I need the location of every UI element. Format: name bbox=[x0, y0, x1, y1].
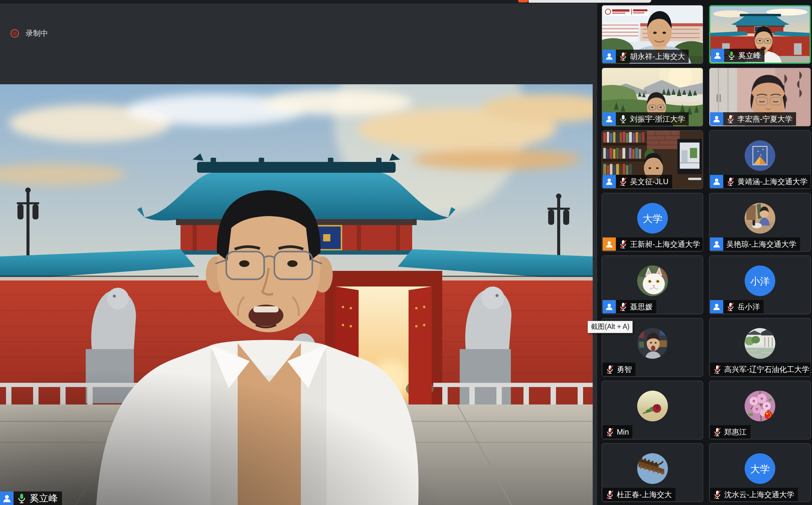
mic-on-icon bbox=[619, 114, 628, 124]
screenshot-tooltip: 截图(Alt + A) bbox=[588, 321, 633, 333]
svg-text:大学: 大学 bbox=[750, 464, 770, 475]
participant-role-icon bbox=[603, 300, 616, 313]
participant-name-label: 高兴军-辽宁石油化工大学 bbox=[710, 363, 807, 376]
participant-tile[interactable]: 吴艳琼-上海交通大学 bbox=[709, 193, 811, 251]
participant-role-icon bbox=[710, 175, 723, 188]
recording-label: 录制中 bbox=[26, 28, 48, 38]
participant-tile[interactable]: 李宏燕-宁夏大学 bbox=[709, 68, 811, 126]
participant-name: 杜正春-上海交大 bbox=[617, 490, 672, 500]
video-vignette bbox=[0, 84, 593, 505]
floating-toolbar-logo-edge[interactable] bbox=[518, 0, 528, 2]
mic-muted-icon bbox=[606, 364, 614, 374]
participant-name-label: 李宏燕-宁夏大学 bbox=[710, 112, 796, 126]
participant-name: 王新昶-上海交通大学 bbox=[630, 239, 700, 249]
participant-avatar bbox=[745, 328, 775, 359]
mic-muted-icon bbox=[713, 490, 722, 500]
participant-tile[interactable]: 吴文征-JLU bbox=[602, 130, 703, 189]
main-speaker-name: 奚立峰 bbox=[30, 492, 58, 505]
mic-speaking-icon bbox=[17, 493, 27, 504]
participant-avatar bbox=[637, 328, 668, 359]
participant-avatar: 小洋 bbox=[745, 266, 775, 296]
participant-role-icon bbox=[711, 49, 724, 62]
participant-avatar: 大学 bbox=[637, 203, 668, 233]
participant-name-label: Min bbox=[603, 425, 632, 439]
floating-toolbar-edge[interactable] bbox=[529, 0, 651, 3]
main-speaker-name-label: 奚立峰 bbox=[0, 491, 62, 505]
participant-role-icon bbox=[603, 112, 616, 126]
participant-tile[interactable]: 大学 沈水云-上海交通大学 bbox=[709, 443, 811, 502]
participant-name-label: 王新昶-上海交通大学 bbox=[603, 237, 699, 251]
participant-name: 聂思媛 bbox=[630, 302, 652, 312]
participant-tile[interactable]: 聂思媛 bbox=[602, 256, 703, 314]
participant-avatar bbox=[745, 203, 775, 233]
participant-avatar: 大学 bbox=[745, 453, 775, 484]
participant-name: 沈水云-上海交通大学 bbox=[724, 490, 794, 500]
mic-muted-icon bbox=[619, 177, 628, 187]
recording-dot-icon bbox=[11, 29, 19, 38]
participant-role-icon bbox=[0, 491, 14, 505]
participant-tile[interactable]: 小洋 岳小洋 bbox=[709, 256, 811, 314]
participant-tile[interactable]: 高兴军-辽宁石油化工大学 bbox=[709, 318, 811, 377]
participant-name: 刘振宇-浙江大学 bbox=[630, 114, 685, 124]
mic-muted-icon bbox=[726, 177, 735, 187]
participant-name: 高兴军-辽宁石油化工大学 bbox=[724, 364, 809, 374]
mic-muted-icon bbox=[619, 51, 628, 61]
meeting-window: 录制中 bbox=[0, 0, 812, 505]
participant-tile[interactable]: 刘振宇-浙江大学 bbox=[602, 68, 703, 126]
participant-name-label: 郑惠江 bbox=[710, 425, 750, 439]
participant-name-label: 沈水云-上海交通大学 bbox=[710, 488, 798, 501]
participant-name-label: 杜正春-上海交大 bbox=[603, 488, 675, 501]
participant-name-label: 胡永祥-上海交大 bbox=[603, 50, 689, 63]
mic-speaking-icon bbox=[727, 50, 736, 60]
participant-tile[interactable]: 胡永祥-上海交大 bbox=[602, 5, 703, 64]
participant-name: 岳小洋 bbox=[738, 302, 760, 312]
main-speaker-video[interactable]: 奚立峰 bbox=[0, 84, 593, 505]
participant-role-icon bbox=[710, 237, 723, 251]
participant-tile[interactable]: 大学 王新昶-上海交通大学 bbox=[602, 193, 703, 251]
participants-grid: 胡永祥-上海交大 奚立峰 刘振宇-浙江大学 bbox=[602, 5, 811, 502]
svg-text:大学: 大学 bbox=[643, 213, 662, 224]
recording-indicator[interactable]: 录制中 bbox=[11, 28, 48, 38]
participant-name-label: 吴文征-JLU bbox=[603, 175, 672, 188]
participant-role-icon bbox=[603, 237, 616, 251]
participant-name: Min bbox=[617, 428, 629, 437]
participant-avatar bbox=[745, 391, 775, 422]
participant-name-label: 聂思媛 bbox=[603, 300, 656, 313]
participant-name-label: 勇智 bbox=[603, 363, 635, 376]
svg-text:小洋: 小洋 bbox=[750, 276, 770, 287]
participant-role-icon bbox=[603, 175, 616, 188]
participant-avatar bbox=[637, 391, 668, 422]
top-strip bbox=[0, 0, 599, 4]
mic-muted-icon bbox=[606, 427, 614, 437]
participant-name: 奚立峰 bbox=[738, 50, 761, 60]
participant-name: 李宏燕-宁夏大学 bbox=[738, 114, 792, 124]
mic-muted-icon bbox=[713, 427, 722, 437]
mic-muted-icon bbox=[726, 302, 735, 312]
mic-muted-icon bbox=[726, 114, 735, 124]
participant-role-icon bbox=[710, 112, 723, 126]
mic-muted-icon bbox=[713, 364, 722, 374]
participant-tile[interactable]: 黄靖涵-上海交通大学 bbox=[709, 130, 811, 189]
participant-name: 郑惠江 bbox=[724, 427, 747, 437]
participant-name: 吴文征-JLU bbox=[630, 177, 668, 187]
participant-name: 吴艳琼-上海交通大学 bbox=[726, 239, 796, 249]
participant-role-icon bbox=[603, 50, 616, 63]
participant-role-icon bbox=[710, 300, 723, 313]
participant-tile[interactable]: 奚立峰 bbox=[709, 5, 811, 64]
participant-name-label: 岳小洋 bbox=[710, 300, 764, 313]
participant-name-label: 奚立峰 bbox=[711, 49, 765, 62]
participant-avatar bbox=[637, 453, 668, 484]
participant-tile[interactable]: 杜正春-上海交大 bbox=[602, 443, 703, 502]
participant-avatar bbox=[745, 140, 775, 171]
mic-muted-icon bbox=[619, 239, 628, 249]
participant-name-label: 刘振宇-浙江大学 bbox=[603, 112, 689, 126]
participant-name: 黄靖涵-上海交通大学 bbox=[738, 177, 807, 187]
participant-name: 胡永祥-上海交大 bbox=[630, 51, 685, 61]
participant-name-label: 黄靖涵-上海交通大学 bbox=[710, 175, 807, 188]
participant-tile[interactable]: 郑惠江 bbox=[709, 381, 811, 440]
mic-muted-icon bbox=[619, 302, 628, 312]
participant-name: 勇智 bbox=[617, 364, 632, 374]
mic-muted-icon bbox=[606, 490, 614, 500]
participant-tile[interactable]: Min bbox=[602, 381, 703, 440]
participant-name-label: 吴艳琼-上海交通大学 bbox=[710, 237, 800, 251]
